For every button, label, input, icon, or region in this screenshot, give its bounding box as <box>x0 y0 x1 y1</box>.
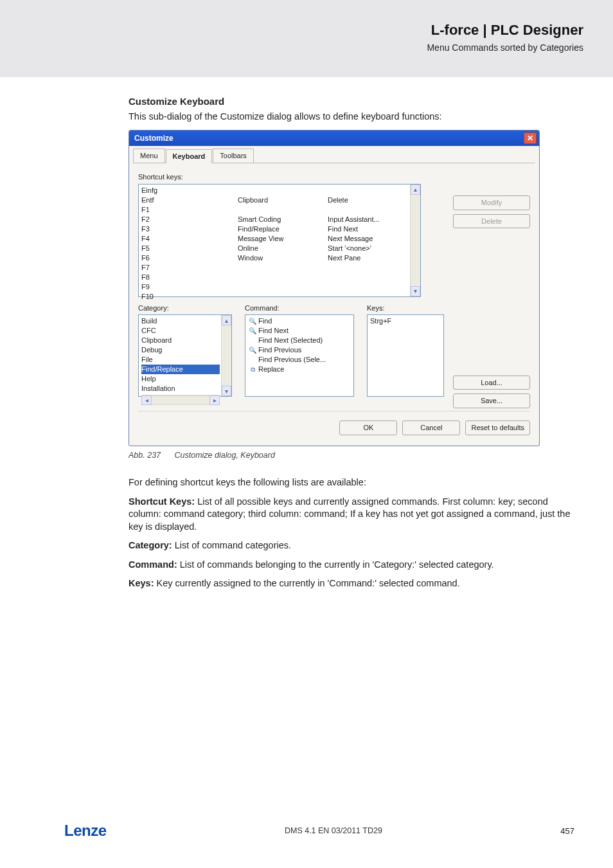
shortcut-key: F10 <box>141 292 238 302</box>
body-p3-lead: Command: <box>129 559 177 570</box>
shortcut-keys-list[interactable]: EinfgEntfClipboardDeleteF1F2Smart Coding… <box>138 184 421 297</box>
keys-list[interactable]: Strg+F <box>367 314 444 397</box>
caption-text: Customize dialog, Keyboard <box>175 451 275 460</box>
reset-defaults-button[interactable]: Reset to defaults <box>465 420 530 435</box>
category-item[interactable]: CFC <box>141 326 220 336</box>
command-item[interactable]: 🔍Find Previous <box>248 345 351 355</box>
category-item[interactable]: Build <box>141 316 220 326</box>
body-p1-text: List of all possible keys and currently … <box>129 496 570 532</box>
section-heading: Customize Keyboard <box>129 95 571 108</box>
body-p2-lead: Category: <box>129 540 172 550</box>
modify-button[interactable]: Modify <box>453 195 530 210</box>
category-item[interactable]: Find/Replace <box>141 365 220 374</box>
scrollbar-horizontal[interactable]: ◂▸ <box>141 395 220 405</box>
shortcut-row[interactable]: F9 <box>141 282 409 292</box>
shortcut-command <box>328 186 409 195</box>
shortcut-row[interactable]: F5OnlineStart '<none>' <box>141 244 409 253</box>
scroll-track[interactable] <box>152 395 209 405</box>
shortcut-command: Next Message <box>328 234 409 244</box>
save-button[interactable]: Save... <box>453 393 530 408</box>
scroll-up-icon[interactable]: ▴ <box>222 315 231 325</box>
category-item[interactable]: File <box>141 355 220 365</box>
shortcut-row[interactable]: F1 <box>141 205 409 215</box>
delete-button[interactable]: Delete <box>453 214 530 229</box>
dialog-title: Customize <box>134 133 173 143</box>
shortcut-category: Clipboard <box>238 195 328 205</box>
body-p1-lead: Shortcut Keys: <box>129 496 195 507</box>
scrollbar-vertical[interactable]: ▴ ▾ <box>221 315 231 396</box>
brand-logo: Lenze <box>64 822 107 840</box>
shortcut-category <box>238 186 328 195</box>
shortcut-category: Online <box>238 244 328 253</box>
category-list[interactable]: BuildCFCClipboardDebugFileFind/ReplaceHe… <box>138 314 232 397</box>
shortcut-row[interactable]: F8 <box>141 273 409 282</box>
command-item[interactable]: ⧉Replace <box>248 365 351 374</box>
command-icon: ⧉ <box>248 365 257 374</box>
cancel-button[interactable]: Cancel <box>402 420 460 435</box>
category-item[interactable]: Installation <box>141 384 220 393</box>
scrollbar-vertical[interactable]: ▴ ▾ <box>410 185 420 296</box>
scroll-left-icon[interactable]: ◂ <box>141 395 152 405</box>
category-item[interactable]: Debug <box>141 345 220 355</box>
command-list[interactable]: 🔍Find🔍Find NextFind Next (Selected)🔍Find… <box>245 314 354 397</box>
shortcut-row[interactable]: Einfg <box>141 186 409 195</box>
page-title: L-force | PLC Designer <box>0 22 583 39</box>
command-item[interactable]: Find Next (Selected) <box>248 336 351 345</box>
shortcut-category: Find/Replace <box>238 224 328 234</box>
load-button[interactable]: Load... <box>453 375 530 390</box>
shortcut-category: Message View <box>238 234 328 244</box>
body-p2: Category: List of command categories. <box>129 539 571 552</box>
body-lead: For defining shortcut keys the following… <box>129 476 571 489</box>
body-p3-text: List of commands belonging to the curren… <box>177 559 494 570</box>
shortcut-command <box>328 273 409 282</box>
body-p4: Keys: Key currently assigned to the curr… <box>129 577 571 590</box>
category-label: Category: <box>138 303 232 313</box>
scroll-right-icon[interactable]: ▸ <box>209 395 220 405</box>
tab-keyboard[interactable]: Keyboard <box>166 149 213 163</box>
page-footer: Lenze DMS 4.1 EN 03/2011 TD29 457 <box>0 822 613 840</box>
scroll-down-icon[interactable]: ▾ <box>222 386 231 396</box>
shortcut-key: F6 <box>141 253 238 263</box>
command-item[interactable]: Find Previous (Sele... <box>248 355 351 365</box>
shortcut-row[interactable]: F6WindowNext Pane <box>141 253 409 263</box>
shortcut-row[interactable]: F3Find/ReplaceFind Next <box>141 224 409 234</box>
section-intro: This sub-dialog of the Customize dialog … <box>129 111 571 123</box>
ok-button[interactable]: OK <box>339 420 397 435</box>
caption-label: Abb. 237 <box>129 451 161 460</box>
command-icon: 🔍 <box>248 345 257 355</box>
close-icon[interactable]: ✕ <box>524 132 537 144</box>
category-item[interactable]: Help <box>141 374 220 384</box>
tab-toolbars[interactable]: Toolbars <box>213 149 254 163</box>
shortcut-row[interactable]: F7 <box>141 263 409 273</box>
shortcut-category <box>238 282 328 292</box>
scroll-up-icon[interactable]: ▴ <box>411 185 420 195</box>
shortcut-row[interactable]: EntfClipboardDelete <box>141 195 409 205</box>
shortcut-key: F1 <box>141 205 238 215</box>
body-p4-lead: Keys: <box>129 578 154 588</box>
command-item[interactable]: 🔍Find Next <box>248 326 351 336</box>
shortcut-key: F9 <box>141 282 238 292</box>
scroll-down-icon[interactable]: ▾ <box>411 286 420 296</box>
footer-center: DMS 4.1 EN 03/2011 TD29 <box>285 826 382 835</box>
shortcut-category <box>238 263 328 273</box>
category-item[interactable]: Clipboard <box>141 336 220 345</box>
keys-item[interactable]: Strg+F <box>370 316 441 326</box>
shortcut-command: Delete <box>328 195 409 205</box>
figure-caption: Abb. 237 Customize dialog, Keyboard <box>129 450 571 461</box>
shortcut-command: Start '<none>' <box>328 244 409 253</box>
shortcut-command <box>328 263 409 273</box>
page-number: 457 <box>560 826 574 836</box>
keys-label: Keys: <box>367 303 444 313</box>
command-item[interactable]: 🔍Find <box>248 316 351 326</box>
shortcut-key: F2 <box>141 215 238 224</box>
shortcut-key: F5 <box>141 244 238 253</box>
shortcut-row[interactable]: F2Smart CodingInput Assistant... <box>141 215 409 224</box>
shortcut-command: Input Assistant... <box>328 215 409 224</box>
tab-menu[interactable]: Menu <box>133 149 165 163</box>
dialog-titlebar: Customize ✕ <box>129 131 539 146</box>
shortcut-row[interactable]: F10 <box>141 292 409 302</box>
shortcut-key: Entf <box>141 195 238 205</box>
body-p4-text: Key currently assigned to the currently … <box>154 578 460 588</box>
shortcut-row[interactable]: F4Message ViewNext Message <box>141 234 409 244</box>
shortcut-key: F8 <box>141 273 238 282</box>
